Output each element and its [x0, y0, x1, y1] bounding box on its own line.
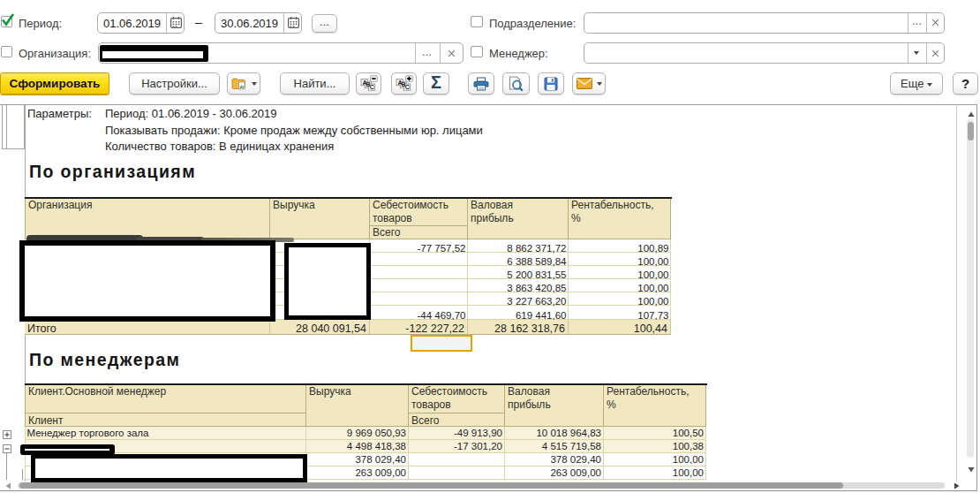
- svg-text:C: C: [369, 84, 373, 90]
- svg-text:C: C: [404, 84, 409, 90]
